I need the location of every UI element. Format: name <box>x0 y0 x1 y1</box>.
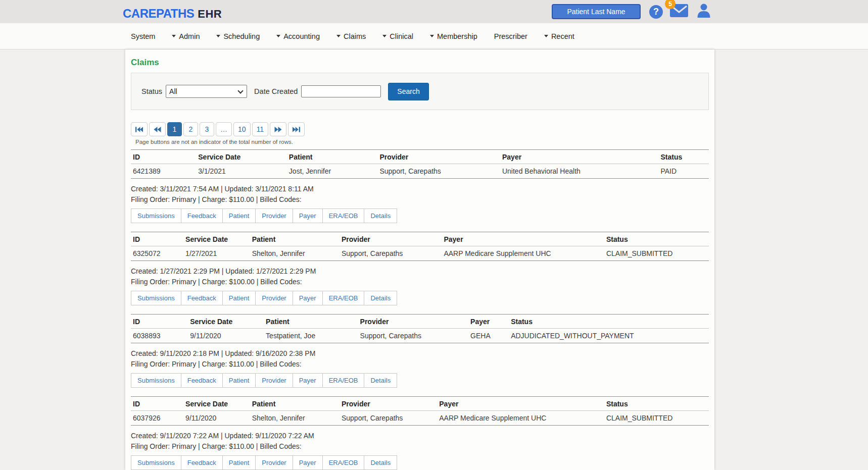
column-header-patient: Patient <box>250 397 340 411</box>
pagination-page-3-button[interactable]: 3 <box>200 122 214 136</box>
caret-down-icon <box>216 35 220 37</box>
user-profile-button[interactable] <box>696 4 711 20</box>
nav-item-clinical[interactable]: Clinical <box>382 32 413 40</box>
column-header-patient: Patient <box>287 150 378 164</box>
claim-cell-provider: Support, Carepaths <box>358 329 469 343</box>
claim-era-eob-button[interactable]: ERA/EOB <box>322 291 365 305</box>
claim-era-eob-button[interactable]: ERA/EOB <box>322 208 365 223</box>
claim-feedback-button[interactable]: Feedback <box>181 291 223 305</box>
column-header-status: Status <box>658 150 709 164</box>
claim-cell-provider: Support, Carepaths <box>340 246 442 261</box>
claim-payer-button[interactable]: Payer <box>293 208 323 223</box>
page-background: Claims Status All Date Created Search 12… <box>0 49 868 470</box>
claim-created-updated: Created: 9/11/2020 2:18 PM | Updated: 9/… <box>131 349 709 357</box>
claim-payer-button[interactable]: Payer <box>293 455 323 470</box>
pagination-ellipsis[interactable]: … <box>216 122 232 136</box>
claim-submissions-button[interactable]: Submissions <box>131 291 181 305</box>
claim-feedback-button[interactable]: Feedback <box>181 373 223 388</box>
nav-item-admin[interactable]: Admin <box>172 32 200 40</box>
help-icon[interactable]: ? <box>649 5 663 19</box>
claim-row: 63250721/27/2021Shelton, JenniferSupport… <box>131 246 709 261</box>
claim-provider-button[interactable]: Provider <box>255 373 293 388</box>
claim-patient-button[interactable]: Patient <box>222 291 256 305</box>
claims-filter-bar: Status All Date Created Search <box>131 73 709 110</box>
caret-down-icon <box>172 35 176 37</box>
claim-created-updated: Created: 3/11/2021 7:54 AM | Updated: 3/… <box>131 185 709 193</box>
claim-cell-service_date: 9/11/2020 <box>183 411 250 426</box>
app-logo[interactable]: carepaths EHR <box>123 3 222 21</box>
claim-provider-button[interactable]: Provider <box>255 455 293 470</box>
claim-details-button[interactable]: Details <box>364 208 397 223</box>
pagination-next-button[interactable] <box>270 122 286 136</box>
nav-item-system[interactable]: System <box>131 32 155 40</box>
claim-cell-id: 6037926 <box>131 411 183 426</box>
claim-cell-id: 6325072 <box>131 246 183 261</box>
pagination-page-11-button[interactable]: 11 <box>252 122 269 136</box>
nav-item-label: Membership <box>437 32 477 40</box>
claim-cell-service_date: 3/1/2021 <box>196 164 287 179</box>
pagination-first-button[interactable] <box>131 122 148 136</box>
claim-cell-patient: Jost, Jennifer <box>287 164 378 179</box>
claim-card: IDService DatePatientProviderPayerStatus… <box>131 149 709 223</box>
nav-item-membership[interactable]: Membership <box>430 32 477 40</box>
column-header-id: ID <box>131 150 196 164</box>
status-label: Status <box>141 87 162 95</box>
claim-table: IDService DatePatientProviderPayerStatus… <box>131 149 709 179</box>
claims-list: IDService DatePatientProviderPayerStatus… <box>131 149 709 470</box>
claim-cell-status: PAID <box>658 164 709 179</box>
pagination-page-10-button[interactable]: 10 <box>233 122 251 136</box>
nav-item-label: Scheduling <box>223 32 260 40</box>
claim-cell-service_date: 9/11/2020 <box>188 329 264 343</box>
claim-cell-service_date: 1/27/2021 <box>183 246 250 261</box>
date-created-input[interactable] <box>301 85 381 97</box>
claim-patient-button[interactable]: Patient <box>222 208 256 223</box>
claim-feedback-button[interactable]: Feedback <box>181 208 223 223</box>
patient-last-name-search[interactable]: Patient Last Name <box>552 4 641 19</box>
messages-button[interactable]: 5 <box>670 4 688 19</box>
nav-item-prescriber[interactable]: Prescriber <box>494 32 527 40</box>
column-header-provider: Provider <box>358 315 469 329</box>
claim-feedback-button[interactable]: Feedback <box>181 455 223 470</box>
claim-details-button[interactable]: Details <box>364 291 397 305</box>
logo-ehr-text: EHR <box>198 8 222 21</box>
search-button[interactable]: Search <box>388 83 428 100</box>
claim-era-eob-button[interactable]: ERA/EOB <box>322 373 365 388</box>
claim-payer-button[interactable]: Payer <box>293 291 323 305</box>
nav-item-accounting[interactable]: Accounting <box>276 32 320 40</box>
claim-table: IDService DatePatientProviderPayerStatus… <box>131 314 709 343</box>
caret-down-icon <box>544 35 548 37</box>
claim-payer-button[interactable]: Payer <box>293 373 323 388</box>
nav-item-recent[interactable]: Recent <box>544 32 574 40</box>
claim-submissions-button[interactable]: Submissions <box>131 373 181 388</box>
nav-item-claims[interactable]: Claims <box>336 32 366 40</box>
claim-action-buttons: SubmissionsFeedbackPatientProviderPayerE… <box>131 291 397 305</box>
person-icon <box>696 4 711 18</box>
claim-patient-button[interactable]: Patient <box>222 373 256 388</box>
claim-cell-payer: AARP Medicare Supplement UHC <box>437 411 604 426</box>
column-header-service-date: Service Date <box>188 315 264 329</box>
pagination-prev-button[interactable] <box>149 122 166 136</box>
claim-submissions-button[interactable]: Submissions <box>131 455 181 470</box>
pagination: 123…1011 <box>131 122 709 136</box>
claim-details-button[interactable]: Details <box>364 373 397 388</box>
page-title: Claims <box>131 58 709 68</box>
column-header-service-date: Service Date <box>183 397 250 411</box>
claim-submissions-button[interactable]: Submissions <box>131 208 181 223</box>
nav-item-scheduling[interactable]: Scheduling <box>216 32 260 40</box>
pagination-page-1-button[interactable]: 1 <box>167 122 182 136</box>
column-header-id: ID <box>131 315 188 329</box>
pagination-page-2-button[interactable]: 2 <box>183 122 198 136</box>
claim-provider-button[interactable]: Provider <box>255 291 293 305</box>
claim-filing-charge: Filing Order: Primary | Charge: $110.00 … <box>131 195 709 203</box>
status-select[interactable]: All <box>166 85 247 98</box>
claim-details-button[interactable]: Details <box>364 455 397 470</box>
claim-row: 60379269/11/2020Shelton, JenniferSupport… <box>131 411 709 426</box>
column-header-patient: Patient <box>250 232 340 246</box>
nav-item-label: Clinical <box>390 32 413 40</box>
claim-era-eob-button[interactable]: ERA/EOB <box>322 455 365 470</box>
claim-provider-button[interactable]: Provider <box>255 208 293 223</box>
pagination-last-button[interactable] <box>288 122 305 136</box>
first-page-icon <box>135 127 143 132</box>
claim-patient-button[interactable]: Patient <box>222 455 256 470</box>
claim-filing-charge: Filing Order: Primary | Charge: $100.00 … <box>131 278 709 286</box>
